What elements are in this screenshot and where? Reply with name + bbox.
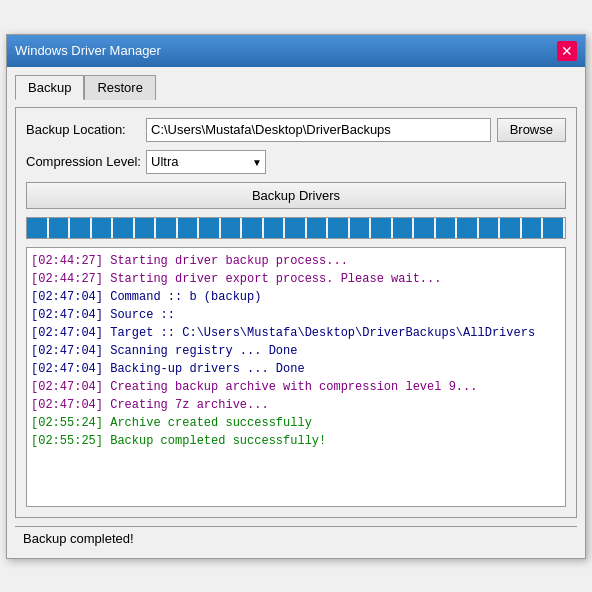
- log-line: [02:47:04] Creating backup archive with …: [31, 378, 561, 396]
- progress-segment-1: [27, 218, 49, 238]
- progress-segment-20: [436, 218, 458, 238]
- log-line: [02:55:25] Backup completed successfully…: [31, 432, 561, 450]
- browse-button[interactable]: Browse: [497, 118, 566, 142]
- progress-segment-13: [285, 218, 307, 238]
- close-button[interactable]: ✕: [557, 41, 577, 61]
- tab-bar: Backup Restore: [15, 75, 577, 100]
- progress-segment-19: [414, 218, 436, 238]
- log-line: [02:44:27] Starting driver backup proces…: [31, 252, 561, 270]
- progress-segment-6: [135, 218, 157, 238]
- status-text: Backup completed!: [23, 531, 134, 546]
- tab-backup[interactable]: Backup: [15, 75, 84, 100]
- progress-segment-22: [479, 218, 501, 238]
- progress-segment-11: [242, 218, 264, 238]
- progress-segment-5: [113, 218, 135, 238]
- status-bar: Backup completed!: [15, 526, 577, 550]
- backup-location-label: Backup Location:: [26, 122, 146, 137]
- progress-segment-24: [522, 218, 544, 238]
- progress-segment-8: [178, 218, 200, 238]
- progress-segment-23: [500, 218, 522, 238]
- progress-segment-4: [92, 218, 114, 238]
- title-bar: Windows Driver Manager ✕: [7, 35, 585, 67]
- log-line: [02:47:04] Command :: b (backup): [31, 288, 561, 306]
- progress-segment-2: [49, 218, 71, 238]
- backup-drivers-button[interactable]: Backup Drivers: [26, 182, 566, 209]
- progress-segment-21: [457, 218, 479, 238]
- progress-segment-10: [221, 218, 243, 238]
- tab-content: Backup Location: Browse Compression Leve…: [15, 107, 577, 518]
- compression-label: Compression Level:: [26, 154, 146, 169]
- progress-segment-12: [264, 218, 286, 238]
- progress-segment-16: [350, 218, 372, 238]
- progress-segment-18: [393, 218, 415, 238]
- progress-segment-25: [543, 218, 565, 238]
- log-line: [02:44:27] Starting driver export proces…: [31, 270, 561, 288]
- progress-segment-15: [328, 218, 350, 238]
- log-area[interactable]: [02:44:27] Starting driver backup proces…: [26, 247, 566, 507]
- compression-select[interactable]: Ultra High Normal Fast None: [146, 150, 266, 174]
- log-line: [02:47:04] Target :: C:\Users\Mustafa\De…: [31, 324, 561, 342]
- backup-location-input[interactable]: [146, 118, 491, 142]
- progress-bar: [26, 217, 566, 239]
- window-body: Backup Restore Backup Location: Browse C…: [7, 67, 585, 558]
- progress-segment-14: [307, 218, 329, 238]
- log-line: [02:47:04] Scanning registry ... Done: [31, 342, 561, 360]
- progress-segment-9: [199, 218, 221, 238]
- main-window: Windows Driver Manager ✕ Backup Restore …: [6, 34, 586, 559]
- tab-restore[interactable]: Restore: [84, 75, 156, 100]
- compression-select-wrapper: Ultra High Normal Fast None ▼: [146, 150, 266, 174]
- progress-segment-7: [156, 218, 178, 238]
- window-title: Windows Driver Manager: [15, 43, 161, 58]
- progress-segment-17: [371, 218, 393, 238]
- compression-row: Compression Level: Ultra High Normal Fas…: [26, 150, 566, 174]
- log-line: [02:47:04] Backing-up drivers ... Done: [31, 360, 561, 378]
- log-line: [02:55:24] Archive created successfully: [31, 414, 561, 432]
- progress-segment-3: [70, 218, 92, 238]
- log-line: [02:47:04] Creating 7z archive...: [31, 396, 561, 414]
- backup-location-row: Backup Location: Browse: [26, 118, 566, 142]
- log-line: [02:47:04] Source ::: [31, 306, 561, 324]
